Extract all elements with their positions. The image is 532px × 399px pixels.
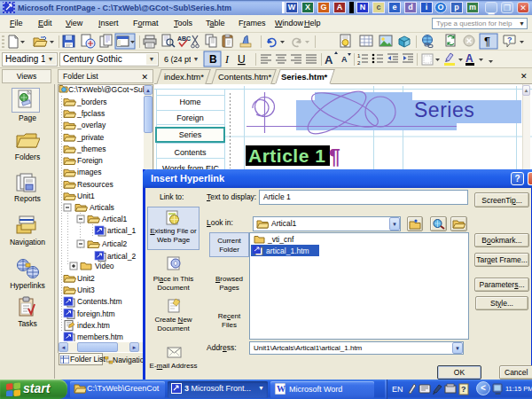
svg-text:Unit1: Unit1 <box>77 192 95 200</box>
svg-text:Contents.htm: Contents.htm <box>77 297 122 306</box>
svg-text:ABC: ABC <box>177 35 191 42</box>
svg-text:A: A <box>341 55 348 64</box>
svg-text:W: W <box>277 384 286 394</box>
svg-text:C:\TxWeb\@GCot~Sub: C:\TxWeb\@GCot~Sub <box>68 85 144 94</box>
svg-text:_borders: _borders <box>76 98 107 106</box>
svg-text:2: 2 <box>357 60 361 66</box>
svg-text:artical_1: artical_1 <box>107 226 136 235</box>
svg-text:foreign.htm: foreign.htm <box>77 309 115 318</box>
svg-text:members.htm: members.htm <box>77 332 123 341</box>
svg-text:_themes: _themes <box>76 145 106 153</box>
svg-text:?: ? <box>507 35 512 44</box>
svg-text:_fpclass: _fpclass <box>76 109 105 118</box>
svg-text:_overlay: _overlay <box>76 121 106 129</box>
svg-text:Artical1: Artical1 <box>102 215 128 223</box>
svg-text:images: images <box>77 168 101 176</box>
svg-text:Unit3: Unit3 <box>77 286 95 294</box>
svg-text:Resources: Resources <box>77 180 113 189</box>
svg-text:?: ? <box>461 385 466 394</box>
svg-text:Foreign: Foreign <box>77 156 103 165</box>
svg-text:Unit2: Unit2 <box>77 274 95 283</box>
svg-text:I: I <box>224 53 230 66</box>
svg-text:B: B <box>209 53 217 66</box>
svg-text:A: A <box>325 53 333 66</box>
svg-text:index.htm: index.htm <box>77 321 110 330</box>
svg-text:_private: _private <box>76 133 105 142</box>
svg-text:1: 1 <box>357 53 361 59</box>
svg-text:Artical2: Artical2 <box>102 239 128 248</box>
svg-text:Series: Series <box>414 98 474 121</box>
svg-text:Video: Video <box>95 262 114 270</box>
svg-text:¶: ¶ <box>484 35 490 48</box>
svg-text:Articals: Articals <box>90 203 114 212</box>
svg-text:artical_2: artical_2 <box>107 252 136 261</box>
svg-text:U: U <box>238 53 246 66</box>
svg-text:A: A <box>466 52 473 65</box>
